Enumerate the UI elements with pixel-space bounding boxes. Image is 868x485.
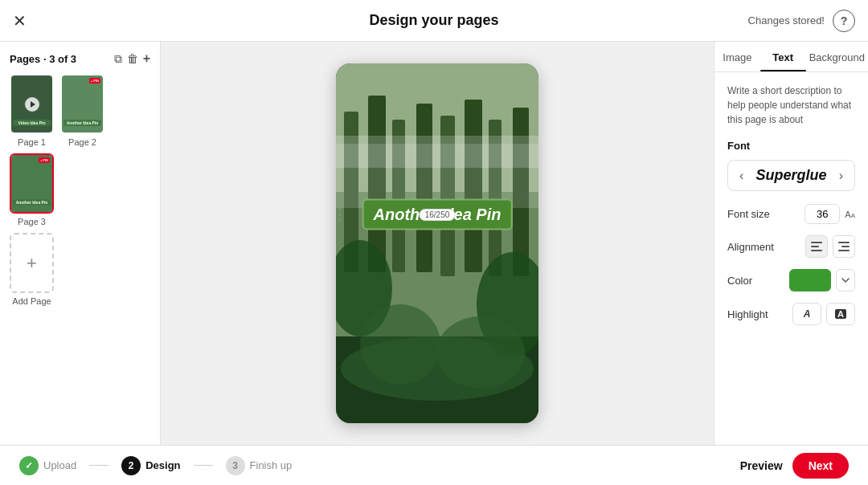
step-design-circle: 2 [121,456,141,475]
step-finish-circle: 3 [226,456,245,475]
font-size-label: Font size [727,208,770,220]
right-panel: Image Text Background Write a short desc… [714,42,868,445]
alignment-row: Alignment [727,235,855,258]
color-dropdown-button[interactable] [836,269,855,291]
svg-point-14 [360,304,440,385]
color-control [789,269,855,291]
tab-background[interactable]: Background [806,42,868,71]
main-content: Pages · 3 of 3 ⧉ 🗑 + Video Idea Pin Page… [0,42,868,445]
panel-tabs: Image Text Background [714,42,868,72]
page-label-2: Page 2 [68,137,96,147]
add-page-label: Add Page [12,296,51,306]
font-size-control: AA [805,204,855,224]
pages-actions: ⧉ 🗑 + [114,51,150,66]
thumb-image-2: Another Idea Pin + PIN [60,74,104,134]
thumb-image-3: Another Idea Pin + PIN [10,153,54,214]
page-label-3: Page 3 [18,217,46,226]
align-right-button[interactable] [833,235,855,258]
font-size-row: Font size AA [727,204,855,224]
highlight-box-button[interactable]: A [826,303,855,325]
canvas-area: Another Idea Pin 16/250 [161,42,714,445]
font-next-icon[interactable]: › [836,169,846,183]
page-thumb-1[interactable]: Video Idea Pin Page 1 [10,74,54,147]
thumb-image-1: Video Idea Pin [10,74,54,134]
page-thumb-3[interactable]: Another Idea Pin + PIN Page 3 [10,153,54,226]
pages-count-label: Pages · 3 of 3 [10,53,76,65]
delete-page-icon[interactable]: 🗑 [127,52,138,65]
step-design-label: Design [145,459,180,471]
copy-page-icon[interactable]: ⧉ [114,52,122,66]
highlight-control: A A [792,303,855,325]
page-title: Design your pages [369,12,498,29]
step-upload: ✓ Upload [19,456,76,475]
next-button[interactable]: Next [792,453,849,479]
align-left-icon [811,242,822,251]
panel-description: Write a short description to help people… [727,84,855,127]
step-finish: 3 Finish up [226,456,293,475]
page-thumb-2[interactable]: Another Idea Pin + PIN Page 2 [60,74,104,147]
phone-frame: Another Idea Pin 16/250 [336,63,538,423]
pages-header: Pages · 3 of 3 ⧉ 🗑 + [6,51,154,66]
alignment-buttons [805,235,855,258]
page-label-1: Page 1 [18,137,46,147]
align-left-button[interactable] [805,235,828,258]
thumb-text-1: Video Idea Pin [13,120,51,126]
font-size-icon: AA [845,210,855,219]
changes-stored-label: Changes stored! [748,14,825,26]
add-page-button[interactable]: + Add Page [10,233,54,306]
page-thumbnails: Video Idea Pin Page 1 Another Idea Pin +… [6,74,154,226]
forest-background [336,63,538,423]
close-button[interactable]: ✕ [13,11,27,31]
step-upload-label: Upload [43,459,76,471]
font-selector[interactable]: ‹ Superglue › [727,160,855,191]
font-name-display: Superglue [747,167,835,184]
thumb-badge-3: + PIN [39,157,50,163]
add-page-icon-box: + [10,233,54,293]
highlight-label: Highlight [727,308,768,320]
step-divider-1 [89,465,108,466]
thumb-text-3: Another Idea Pin [13,199,51,206]
chevron-down-icon [841,278,850,283]
font-section-label: Font [727,140,855,152]
align-right-icon [838,242,850,251]
step-upload-circle: ✓ [19,456,39,475]
panel-content: Write a short description to help people… [714,72,868,445]
step-divider-2 [194,465,213,466]
add-page-section: + Add Page [6,233,154,306]
tab-image[interactable]: Image [714,42,760,71]
thumb-bg-3: Another Idea Pin + PIN [11,155,52,212]
bottom-right-actions: Preview Next [740,453,849,479]
thumb-text-2: Another Idea Pin [63,120,101,126]
header: ✕ Design your pages Changes stored! ? [0,0,868,42]
play-icon-1 [25,97,39,112]
preview-button[interactable]: Preview [740,459,783,472]
font-size-input[interactable] [805,204,840,224]
svg-point-15 [436,316,525,389]
add-page-icon[interactable]: + [143,51,150,66]
header-right: Changes stored! ? [748,10,855,32]
highlight-none-button[interactable]: A [792,303,821,325]
step-design: 2 Design [121,456,180,475]
highlight-none-icon: A [804,308,811,320]
bottom-bar: ✓ Upload 2 Design 3 Finish up Preview Ne… [0,445,868,485]
highlight-row: Highlight A A [727,303,855,325]
tab-text[interactable]: Text [760,42,806,71]
color-row: Color [727,269,855,291]
thumb-badge-2: + PIN [89,78,100,84]
pages-sidebar: Pages · 3 of 3 ⧉ 🗑 + Video Idea Pin Page… [0,42,161,445]
alignment-label: Alignment [727,241,774,253]
font-prev-icon[interactable]: ‹ [736,169,747,183]
help-button[interactable]: ? [833,10,855,32]
color-label: Color [727,275,752,287]
drag-handle[interactable] [336,206,345,222]
steps-indicator: ✓ Upload 2 Design 3 Finish up [19,456,292,475]
thumb-bg-1: Video Idea Pin [11,75,52,132]
color-swatch[interactable] [789,269,831,291]
char-count-badge: 16/250 [420,209,456,221]
thumb-bg-2: Another Idea Pin + PIN [62,75,103,132]
step-finish-label: Finish up [250,459,293,471]
svg-rect-17 [336,136,538,168]
highlight-box-icon: A [835,309,846,319]
